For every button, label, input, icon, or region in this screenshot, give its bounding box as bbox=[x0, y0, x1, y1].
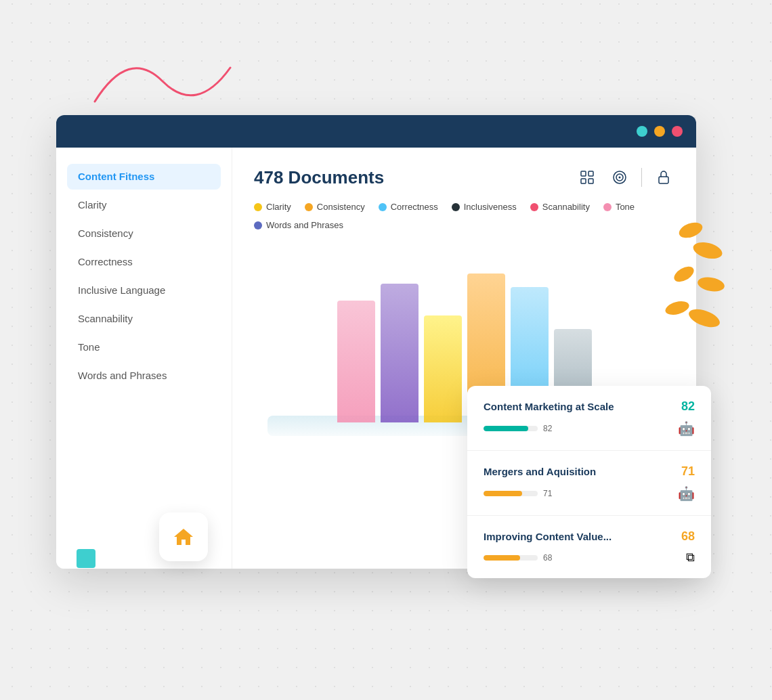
svg-point-2 bbox=[672, 263, 697, 285]
orange-strokes-decoration bbox=[616, 210, 725, 366]
grid-icon[interactable] bbox=[576, 167, 598, 188]
svg-rect-6 bbox=[581, 171, 586, 176]
svg-point-3 bbox=[697, 276, 725, 294]
card3-title: Improving Content Value... bbox=[484, 531, 612, 542]
lock-icon[interactable] bbox=[653, 167, 674, 188]
legend-label-scannability: Scannability bbox=[542, 202, 590, 212]
sidebar-label-consistency: Consistency bbox=[78, 227, 133, 239]
browser-titlebar bbox=[56, 115, 696, 148]
score-card-1[interactable]: Content Marketing at Scale 82 82 🤖 bbox=[467, 386, 711, 451]
legend-label-inclusiveness: Inclusiveness bbox=[464, 202, 517, 212]
card2-title: Mergers and Aquisition bbox=[484, 466, 596, 477]
sidebar-label-inclusive: Inclusive Language bbox=[78, 284, 165, 296]
card1-bar-row: 82 bbox=[484, 424, 552, 433]
teal-accent-square bbox=[77, 549, 95, 568]
card3-bar-label: 68 bbox=[543, 553, 552, 563]
legend-dot-scannability bbox=[530, 203, 538, 211]
score-card-3[interactable]: Improving Content Value... 68 68 ⧉ bbox=[467, 516, 711, 578]
titlebar-dot-yellow bbox=[654, 126, 665, 137]
sidebar-item-correctness[interactable]: Correctness bbox=[67, 249, 221, 275]
sidebar-label-words: Words and Phrases bbox=[78, 370, 167, 381]
bar-2 bbox=[381, 284, 419, 422]
svg-point-5 bbox=[687, 305, 723, 330]
bar-3 bbox=[424, 315, 462, 422]
card1-robot-icon: 🤖 bbox=[678, 420, 695, 437]
legend-correctness: Correctness bbox=[379, 202, 438, 212]
legend-dot-clarity bbox=[254, 203, 262, 211]
svg-rect-9 bbox=[588, 179, 593, 183]
svg-point-12 bbox=[619, 177, 621, 179]
header-divider bbox=[641, 168, 642, 187]
legend-clarity: Clarity bbox=[254, 202, 291, 212]
legend-consistency: Consistency bbox=[305, 202, 365, 212]
card2-bar-row: 71 bbox=[484, 489, 552, 498]
card1-title: Content Marketing at Scale bbox=[484, 401, 614, 412]
chart-legend: Clarity Consistency Correctness Inclusiv… bbox=[254, 202, 674, 230]
legend-dot-inclusiveness bbox=[452, 203, 460, 211]
score-card-2[interactable]: Mergers and Aquisition 71 71 🤖 bbox=[467, 451, 711, 516]
sidebar-item-inclusive-language[interactable]: Inclusive Language bbox=[67, 278, 221, 303]
card1-bar-label: 82 bbox=[543, 424, 552, 433]
legend-label-consistency: Consistency bbox=[317, 202, 365, 212]
content-header: 478 Documents bbox=[254, 167, 674, 188]
sidebar-label-clarity: Clarity bbox=[78, 199, 107, 211]
sidebar-label-correctness: Correctness bbox=[78, 256, 133, 267]
legend-words-phrases: Words and Phrases bbox=[254, 220, 343, 230]
card3-bar-row: 68 bbox=[484, 553, 552, 563]
home-icon-card bbox=[159, 512, 208, 561]
svg-point-4 bbox=[664, 299, 690, 318]
doc-count-title: 478 Documents bbox=[254, 167, 384, 188]
sidebar-item-words-phrases[interactable]: Words and Phrases bbox=[67, 363, 221, 389]
legend-dot-words bbox=[254, 221, 262, 229]
sidebar-active-label: Content Fitness bbox=[78, 171, 154, 182]
legend-dot-tone bbox=[603, 203, 612, 211]
sidebar-item-content-fitness[interactable]: Content Fitness bbox=[67, 164, 221, 190]
svg-rect-8 bbox=[581, 179, 586, 183]
card2-robot-icon: 🤖 bbox=[678, 485, 695, 502]
legend-dot-consistency bbox=[305, 203, 313, 211]
svg-point-1 bbox=[691, 240, 724, 262]
legend-label-words: Words and Phrases bbox=[266, 220, 343, 230]
card3-copy-icon: ⧉ bbox=[686, 550, 695, 565]
sidebar-item-scannability[interactable]: Scannability bbox=[67, 306, 221, 332]
sidebar-item-tone[interactable]: Tone bbox=[67, 334, 221, 360]
legend-dot-correctness bbox=[379, 203, 387, 211]
card2-score: 71 bbox=[681, 464, 695, 479]
header-icons-group bbox=[576, 167, 674, 188]
titlebar-dot-pink bbox=[672, 126, 683, 137]
card3-score: 68 bbox=[681, 529, 695, 544]
squiggle-decoration bbox=[88, 41, 244, 122]
target-icon[interactable] bbox=[609, 167, 630, 188]
legend-scannability: Scannability bbox=[530, 202, 590, 212]
sidebar-item-clarity[interactable]: Clarity bbox=[67, 192, 221, 218]
sidebar-item-consistency[interactable]: Consistency bbox=[67, 221, 221, 246]
legend-label-correctness: Correctness bbox=[391, 202, 438, 212]
titlebar-dot-teal bbox=[637, 126, 647, 137]
card2-bar-label: 71 bbox=[543, 489, 552, 498]
legend-label-clarity: Clarity bbox=[266, 202, 291, 212]
sidebar-label-tone: Tone bbox=[78, 341, 100, 353]
svg-rect-13 bbox=[659, 177, 668, 183]
sidebar: Content Fitness Clarity Consistency Corr… bbox=[56, 148, 232, 569]
card1-score: 82 bbox=[681, 399, 695, 414]
sidebar-label-scannability: Scannability bbox=[78, 313, 133, 324]
legend-inclusiveness: Inclusiveness bbox=[452, 202, 517, 212]
svg-rect-7 bbox=[588, 171, 593, 176]
home-icon bbox=[171, 525, 196, 549]
score-cards-panel: Content Marketing at Scale 82 82 🤖 Merge… bbox=[467, 386, 711, 578]
svg-point-0 bbox=[677, 219, 705, 240]
bar-1 bbox=[337, 301, 375, 422]
